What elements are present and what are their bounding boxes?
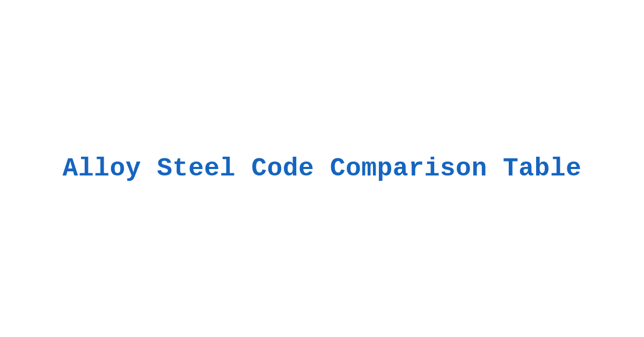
page-title: Alloy Steel Code Comparison Table [62, 154, 581, 183]
